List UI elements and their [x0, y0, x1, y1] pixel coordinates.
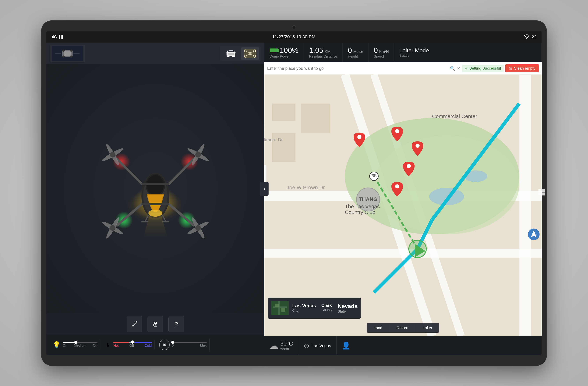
battery-bars-icon: ▌▌ — [59, 35, 64, 39]
speed-value: 0 — [374, 47, 378, 54]
svg-point-104 — [395, 184, 399, 188]
light-off-label: Off — [93, 343, 98, 347]
right-panel: 100% Dump Power 1.05 KM Residual Distanc… — [264, 43, 542, 355]
county-item: Clark County — [321, 303, 332, 313]
search-icon[interactable]: 🔍 — [450, 66, 455, 71]
map-thumbnail — [271, 301, 289, 315]
main-content: ‹ — [46, 43, 542, 355]
fan-slider[interactable] — [172, 342, 207, 343]
location-pin-icon: ⊙ — [304, 342, 310, 350]
setting-success-badge: ✓ Setting Successful — [462, 65, 504, 72]
bottom-info-bar: ☁ 30°C warm ⊙ Las Vegas 👤 — [264, 336, 542, 355]
svg-rect-11 — [228, 53, 234, 55]
svg-point-60 — [155, 324, 156, 325]
svg-text:Commercial Center: Commercial Center — [432, 113, 477, 119]
drone-mode-btn[interactable] — [241, 47, 259, 60]
profile-item[interactable]: 👤 — [336, 336, 356, 355]
location-item-bottom[interactable]: ⊙ Las Vegas — [298, 336, 336, 355]
distance-value: 1.05 — [309, 47, 323, 54]
signal-icon: 4G — [52, 35, 57, 40]
light-medium-label: Medium — [74, 343, 86, 347]
city-name: Las Vegas — [292, 303, 316, 309]
height-label: Height — [348, 54, 358, 58]
weather-label: warm — [280, 347, 293, 351]
distance-label: Residual Distance — [309, 54, 337, 58]
car-mode-btn[interactable] — [222, 47, 240, 60]
status-left: 4G ▌▌ — [52, 35, 64, 40]
svg-text:🏁: 🏁 — [371, 173, 377, 179]
drone-thumbnail-aerial[interactable] — [50, 45, 85, 62]
svg-point-98 — [395, 129, 399, 133]
fan-icon — [159, 340, 170, 350]
state-name: Nevada — [337, 303, 357, 309]
weather-cloud-icon: ☁ — [270, 341, 278, 351]
city-type: City — [292, 309, 316, 313]
light-slider[interactable] — [63, 342, 98, 343]
collapse-toggle[interactable]: ‹ — [260, 182, 269, 196]
svg-rect-80 — [272, 104, 295, 121]
svg-point-102 — [407, 164, 411, 168]
weather-item[interactable]: ☁ 30°C warm — [264, 336, 298, 355]
checkmark-icon: ✓ — [465, 66, 468, 71]
temp-slider[interactable] — [113, 342, 152, 343]
loiter-btn[interactable]: Loiter — [416, 323, 439, 333]
pen-action-btn[interactable] — [126, 316, 142, 332]
map-search-input[interactable] — [267, 66, 448, 71]
svg-point-4 — [62, 49, 65, 52]
svg-rect-130 — [539, 189, 542, 192]
speed-unit: Km/H — [379, 49, 389, 54]
svg-point-13 — [232, 56, 235, 57]
map-area[interactable]: 🏁 — [264, 74, 542, 336]
location-overlay: Las Vegas City Clark County Nevada State — [268, 298, 361, 319]
map-nav-buttons: Land Return Loiter — [367, 323, 439, 333]
state-type: State — [337, 309, 357, 313]
battery-value: 100% — [280, 47, 298, 54]
battery-item: 100% Dump Power — [264, 43, 304, 62]
action-buttons-row — [46, 313, 264, 334]
svg-rect-50 — [141, 183, 169, 185]
temp-cold-label: Cold — [145, 343, 152, 348]
land-btn[interactable]: Land — [367, 323, 389, 333]
setting-success-text: Setting Successful — [469, 66, 501, 71]
svg-text:THANG: THANG — [359, 196, 378, 202]
tablet-device: 4G ▌▌ 11/27/2015 10:30 PM 22 — [41, 21, 547, 366]
svg-text:Country Club: Country Club — [345, 209, 376, 215]
svg-rect-65 — [519, 74, 531, 336]
svg-point-96 — [357, 135, 361, 139]
mode-item: Loiter Mode Status — [394, 43, 542, 62]
svg-point-6 — [62, 55, 65, 58]
clean-empty-button[interactable]: 🗑 Clean empty — [505, 64, 539, 72]
svg-point-41 — [110, 225, 115, 231]
svg-point-35 — [110, 152, 115, 157]
wifi-icon — [524, 34, 530, 40]
fan-min-label: 0 — [172, 343, 174, 347]
flag-action-btn[interactable] — [168, 316, 184, 332]
svg-rect-125 — [271, 301, 289, 315]
battery-icon — [270, 48, 278, 53]
svg-rect-129 — [281, 308, 285, 312]
mode-label: Status — [399, 54, 409, 58]
svg-rect-127 — [278, 301, 280, 315]
speed-item: 0 Km/H Speed — [368, 43, 394, 62]
drone-mode-buttons — [220, 46, 261, 61]
trash-icon: 🗑 — [509, 66, 513, 71]
svg-point-100 — [416, 144, 420, 148]
location-info: Las Vegas City Clark County Nevada State — [292, 303, 357, 313]
speed-label: Speed — [374, 54, 384, 58]
svg-point-5 — [70, 49, 73, 52]
windows-button[interactable] — [538, 189, 542, 197]
lock-action-btn[interactable] — [147, 316, 163, 332]
height-value: 0 — [348, 47, 352, 54]
svg-text:Joe W Brown Dr: Joe W Brown Dr — [287, 185, 325, 190]
wifi-strength: 22 — [532, 35, 536, 40]
location-city-name: Las Vegas — [312, 343, 331, 348]
county-name: Clark — [321, 303, 332, 308]
height-unit: Meter — [353, 49, 363, 54]
county-type: County — [321, 308, 332, 312]
profile-icon: 👤 — [342, 342, 351, 350]
drone-visual-area: ‹ — [46, 64, 264, 313]
return-btn[interactable]: Return — [390, 323, 415, 333]
map-search-bar: 🔍 ✕ ✓ Setting Successful 🗑 Clean empty — [264, 62, 542, 74]
search-close-icon[interactable]: ✕ — [457, 66, 460, 71]
distance-unit: KM — [325, 49, 331, 54]
